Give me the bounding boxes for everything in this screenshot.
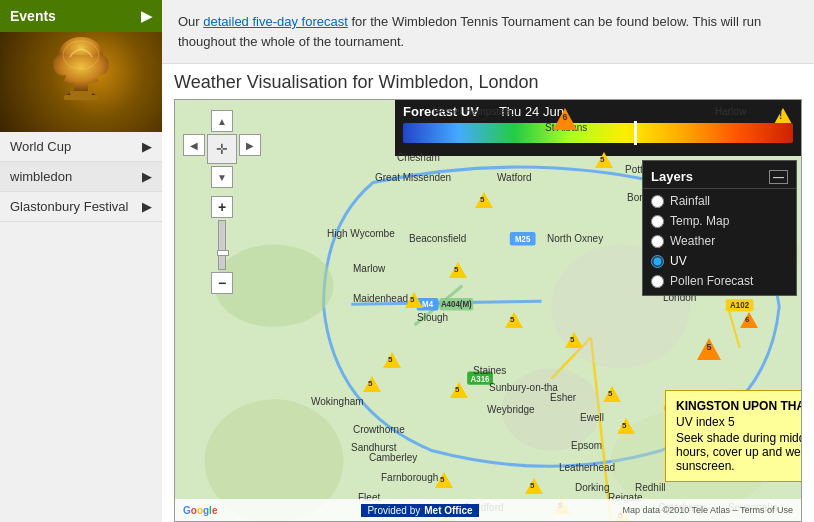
sidebar-item-arrow-icon: ▶ [142, 199, 152, 214]
uv-triangle-icon [525, 478, 543, 494]
layer-radio-uv[interactable] [651, 255, 664, 268]
provided-by-text: Provided by [367, 505, 420, 516]
sidebar-header: Events ▶ [0, 0, 162, 32]
google-logo: Google [183, 505, 217, 516]
zoom-controls: + − [211, 196, 233, 294]
map-container[interactable]: A316 M25 M4 A404(M) A102 [174, 99, 802, 522]
uv-marker [740, 312, 758, 328]
layer-label: Rainfall [670, 194, 710, 208]
nav-controls: ▲ ◀ ✛ ▶ ▼ + − [183, 110, 261, 294]
map-section: Weather Visualisation for Wimbledon, Lon… [162, 64, 814, 522]
layer-radio-rainfall[interactable] [651, 195, 664, 208]
uv-marker [617, 418, 635, 434]
metoffice-badge: Provided by Met Office [361, 504, 478, 517]
sidebar-item-arrow-icon: ▶ [142, 169, 152, 184]
forecast-gradient-bar [403, 123, 793, 143]
uv-marker [435, 472, 453, 488]
tooltip-title: KINGSTON UPON THAMES [676, 399, 802, 413]
uv-marker [405, 292, 423, 308]
layer-item-rainfall[interactable]: Rainfall [643, 191, 796, 211]
forecast-label: Forecast UV [403, 104, 479, 119]
main-content: Our detailed five-day forecast for the W… [162, 0, 814, 522]
intro-text-before: Our [178, 14, 203, 29]
uv-triangle-icon [435, 472, 453, 488]
map-background: A316 M25 M4 A404(M) A102 [175, 100, 801, 521]
uv-triangle-icon [405, 292, 423, 308]
layer-label: Pollen Forecast [670, 274, 753, 288]
uv-marker [525, 478, 543, 494]
map-title: Weather Visualisation for Wimbledon, Lon… [174, 72, 802, 93]
nav-down-button[interactable]: ▼ [211, 166, 233, 188]
layer-radio-tempmap[interactable] [651, 215, 664, 228]
uv-marker [553, 108, 577, 130]
layer-label: UV [670, 254, 687, 268]
sidebar-arrow-icon: ▶ [141, 8, 152, 24]
layer-item-uv[interactable]: UV [643, 251, 796, 271]
sidebar-item-wimbledon[interactable]: wimbledon ▶ [0, 162, 162, 192]
uv-triangle-icon [449, 262, 467, 278]
uv-marker [603, 386, 621, 402]
sidebar-item-glastonbury[interactable]: Glastonbury Festival ▶ [0, 192, 162, 222]
sidebar-item-label: Glastonbury Festival [10, 199, 129, 214]
nav-left-button[interactable]: ◀ [183, 134, 205, 156]
uv-triangle-icon [617, 418, 635, 434]
map-tooltip: KINGSTON UPON THAMES UV index 5 Seek sha… [665, 390, 802, 482]
forecast-indicator [634, 121, 637, 145]
tooltip-advice: Seek shade during midday hours, cover up… [676, 431, 802, 473]
uv-marker [697, 338, 721, 360]
sidebar-item-label: wimbledon [10, 169, 72, 184]
uv-marker [475, 192, 493, 208]
tooltip-uv: UV index 5 [676, 415, 802, 429]
svg-text:A102: A102 [730, 301, 749, 310]
zoom-slider[interactable] [218, 220, 226, 270]
sidebar-item-arrow-icon: ▶ [142, 139, 152, 154]
svg-rect-2 [64, 95, 98, 100]
map-footer: Google Provided by Met Office Map data ©… [175, 499, 801, 521]
layers-panel: Layers — Rainfall Temp. Map Weather [642, 160, 797, 296]
uv-marker [383, 352, 401, 368]
uv-marker [450, 382, 468, 398]
layer-label: Temp. Map [670, 214, 729, 228]
sidebar-nav: World Cup ▶ wimbledon ▶ Glastonbury Fest… [0, 132, 162, 222]
trophy-icon [46, 37, 116, 127]
svg-point-24 [502, 368, 601, 451]
uv-triangle-icon [565, 332, 583, 348]
uv-triangle-icon [595, 152, 613, 168]
nav-up-button[interactable]: ▲ [211, 110, 233, 132]
svg-text:A316: A316 [471, 375, 490, 384]
uv-triangle-icon [603, 386, 621, 402]
layer-label: Weather [670, 234, 715, 248]
layer-item-weather[interactable]: Weather [643, 231, 796, 251]
zoom-out-button[interactable]: − [211, 272, 233, 294]
forecast-link[interactable]: detailed five-day forecast [203, 14, 348, 29]
forecast-bar: Forecast UV Thu 24 Jun [395, 100, 801, 156]
layer-radio-weather[interactable] [651, 235, 664, 248]
svg-line-7 [728, 306, 740, 347]
svg-text:M25: M25 [515, 235, 531, 244]
sidebar: Events ▶ World Cup ▶ wimbledon [0, 0, 162, 522]
svg-text:A404(M): A404(M) [441, 300, 472, 309]
layers-collapse-button[interactable]: — [769, 170, 788, 184]
layer-item-pollen[interactable]: Pollen Forecast [643, 271, 796, 291]
layer-radio-pollen[interactable] [651, 275, 664, 288]
uv-marker [565, 332, 583, 348]
metoffice-label: Met Office [424, 505, 472, 516]
sidebar-item-world-cup[interactable]: World Cup ▶ [0, 132, 162, 162]
uv-marker [595, 152, 613, 168]
uv-triangle-icon [475, 192, 493, 208]
uv-triangle-icon [383, 352, 401, 368]
sidebar-item-label: World Cup [10, 139, 71, 154]
uv-marker [363, 376, 381, 392]
uv-triangle-icon [450, 382, 468, 398]
intro-box: Our detailed five-day forecast for the W… [162, 0, 814, 64]
uv-triangle-icon [363, 376, 381, 392]
layer-item-tempmap[interactable]: Temp. Map [643, 211, 796, 231]
uv-marker [505, 312, 523, 328]
zoom-in-button[interactable]: + [211, 196, 233, 218]
nav-center-button[interactable]: ✛ [207, 134, 237, 164]
uv-triangle-icon [553, 108, 577, 130]
map-credit: Map data ©2010 Tele Atlas – Terms of Use [623, 505, 793, 515]
svg-rect-1 [70, 91, 92, 95]
uv-triangle-icon [697, 338, 721, 360]
nav-right-button[interactable]: ▶ [239, 134, 261, 156]
